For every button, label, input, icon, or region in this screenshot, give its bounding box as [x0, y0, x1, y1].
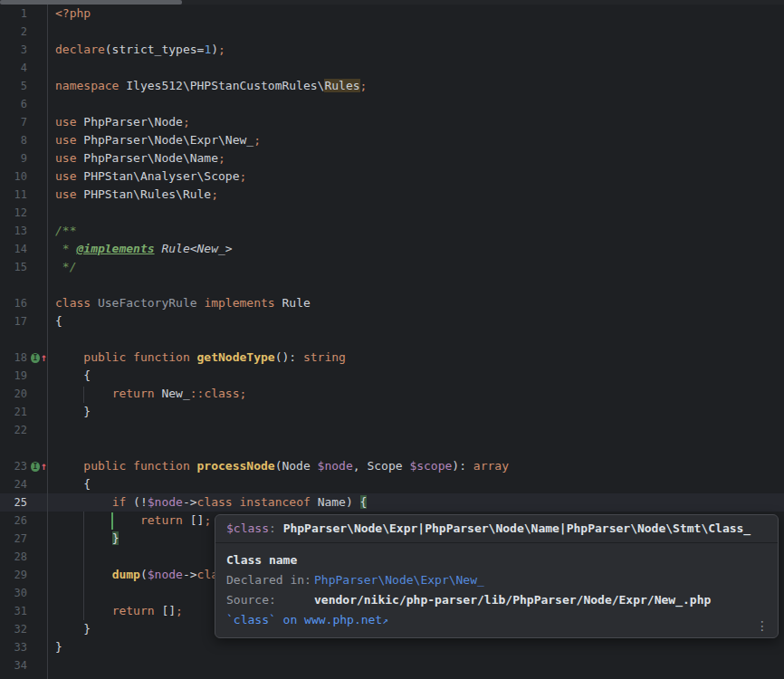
code-text[interactable]: <?php [47, 5, 91, 23]
gutter-cell[interactable]: 15 [0, 258, 47, 276]
gutter-cell[interactable]: 5 [0, 77, 47, 95]
line-number[interactable]: 21 [0, 403, 27, 421]
code-line[interactable]: 21 } [0, 403, 784, 421]
code-line[interactable]: 12 [0, 204, 784, 222]
code-text[interactable] [47, 421, 55, 439]
gutter-cell[interactable]: 9 [0, 149, 47, 167]
line-number[interactable]: 18 [0, 349, 27, 367]
line-number[interactable]: 22 [0, 421, 27, 439]
gutter-cell[interactable]: 28 [0, 548, 47, 566]
override-up-arrow-icon[interactable]: ↑ [41, 353, 47, 363]
override-up-arrow-icon[interactable]: ↑ [41, 462, 47, 472]
code-text[interactable]: { [47, 475, 91, 493]
line-number[interactable]: 12 [0, 204, 27, 222]
gutter-cell[interactable]: 19 [0, 367, 47, 385]
line-number[interactable]: 9 [0, 149, 27, 167]
code-text[interactable]: return []; [47, 602, 183, 620]
code-line[interactable]: 9use PhpParser\Node\Name; [0, 149, 784, 167]
line-number[interactable]: 1 [0, 5, 27, 23]
declared-in-link[interactable]: PhpParser\Node\Expr\New_ [314, 573, 484, 587]
line-number[interactable]: 34 [0, 656, 27, 674]
gutter-cell[interactable]: 13 [0, 222, 47, 240]
gutter-cell[interactable]: 20 [0, 385, 47, 403]
gutter-cell[interactable]: 8 [0, 131, 47, 149]
code-text[interactable] [47, 95, 55, 113]
gutter-cell[interactable]: 12 [0, 204, 47, 222]
code-text[interactable]: use PHPStan\Analyser\Scope; [47, 167, 246, 186]
line-number[interactable]: 17 [0, 312, 27, 330]
code-line[interactable]: 7use PhpParser\Node; [0, 113, 784, 131]
gutter-cell[interactable]: 25 [0, 493, 47, 512]
code-line[interactable]: 24 { [0, 475, 784, 493]
code-text[interactable]: return []; [47, 512, 211, 530]
code-line[interactable]: 15 */ [0, 258, 784, 276]
line-number[interactable]: 20 [0, 385, 27, 403]
gutter-cell[interactable]: 1 [0, 5, 47, 23]
code-line[interactable]: 4 [0, 59, 784, 77]
code-text[interactable]: * @implements Rule<New_> [47, 240, 233, 258]
code-text[interactable]: { [47, 312, 62, 330]
code-line[interactable]: 5namespace Ilyes512\PHPStanCustomRules\R… [0, 77, 784, 95]
gutter-cell[interactable]: 4 [0, 59, 47, 77]
code-text[interactable]: public function processNode(Node $node, … [47, 457, 509, 475]
line-number[interactable]: 8 [0, 131, 27, 149]
gutter-cell[interactable]: 2 [0, 23, 47, 41]
gutter-cell[interactable]: 30 [0, 584, 47, 602]
code-text[interactable]: if (!$node->class instanceof Name) { [47, 493, 367, 512]
code-text[interactable] [47, 204, 55, 222]
line-number[interactable]: 10 [0, 167, 27, 186]
code-line[interactable]: 3declare(strict_types=1); [0, 41, 784, 59]
gutter-cell[interactable]: 26 [0, 512, 47, 530]
gutter-cell[interactable]: 23I↑ [0, 457, 47, 475]
line-number[interactable]: 14 [0, 240, 27, 258]
gutter-cell[interactable]: 24 [0, 475, 47, 493]
line-number[interactable]: 29 [0, 566, 27, 584]
line-number[interactable]: 3 [0, 41, 27, 59]
code-text[interactable] [47, 548, 55, 566]
line-number[interactable]: 5 [0, 77, 27, 95]
line-number[interactable]: 13 [0, 222, 27, 240]
code-line[interactable]: 14 * @implements Rule<New_> [0, 240, 784, 258]
implements-method-icon[interactable]: I [31, 353, 40, 363]
gutter-cell[interactable]: 14 [0, 240, 47, 258]
code-line[interactable]: 10use PHPStan\Analyser\Scope; [0, 167, 784, 186]
gutter-cell[interactable]: 34 [0, 656, 47, 674]
gutter-cell[interactable]: 31 [0, 602, 47, 620]
code-line[interactable]: 25 if (!$node->class instanceof Name) { [0, 493, 784, 512]
line-number[interactable]: 27 [0, 530, 27, 548]
code-line[interactable]: 22 [0, 421, 784, 439]
code-text[interactable]: declare(strict_types=1); [47, 41, 225, 59]
gutter-cell[interactable]: 21 [0, 403, 47, 421]
line-number[interactable]: 32 [0, 620, 27, 638]
code-text[interactable] [47, 23, 55, 41]
line-number[interactable]: 24 [0, 475, 27, 493]
code-text[interactable]: namespace Ilyes512\PHPStanCustomRules\Ru… [47, 77, 367, 95]
code-text[interactable]: } [47, 403, 91, 421]
code-line[interactable]: 33} [0, 638, 784, 656]
horizontal-scrollbar-thumb[interactable] [0, 0, 182, 5]
code-text[interactable]: return New_::class; [47, 385, 246, 403]
code-text[interactable]: } [47, 638, 62, 656]
gutter-cell[interactable]: 29 [0, 566, 47, 584]
code-text[interactable]: } [47, 620, 91, 638]
code-text[interactable] [47, 584, 55, 602]
code-text[interactable]: { [47, 367, 91, 385]
code-line[interactable]: 8use PhpParser\Node\Expr\New_; [0, 131, 784, 149]
gutter-cell[interactable]: 22 [0, 421, 47, 439]
code-text[interactable]: use PhpParser\Node\Expr\New_; [47, 131, 261, 149]
code-text[interactable]: use PhpParser\Node\Name; [47, 149, 225, 167]
code-text[interactable]: */ [47, 258, 76, 276]
line-number[interactable]: 26 [0, 512, 27, 530]
line-number[interactable]: 16 [0, 294, 27, 312]
line-number[interactable]: 6 [0, 95, 27, 113]
code-text[interactable] [47, 656, 55, 674]
gutter-cell[interactable]: 16 [0, 294, 47, 312]
code-line[interactable]: 13/** [0, 222, 784, 240]
code-line[interactable]: 20 return New_::class; [0, 385, 784, 403]
gutter-cell[interactable]: 7 [0, 113, 47, 131]
code-line[interactable]: 23I↑ public function processNode(Node $n… [0, 457, 784, 475]
line-number[interactable]: 25 [0, 493, 27, 512]
line-number[interactable]: 4 [0, 59, 27, 77]
code-line[interactable]: 34 [0, 656, 784, 674]
code-line[interactable]: 18I↑ public function getNodeType(): stri… [0, 349, 784, 367]
